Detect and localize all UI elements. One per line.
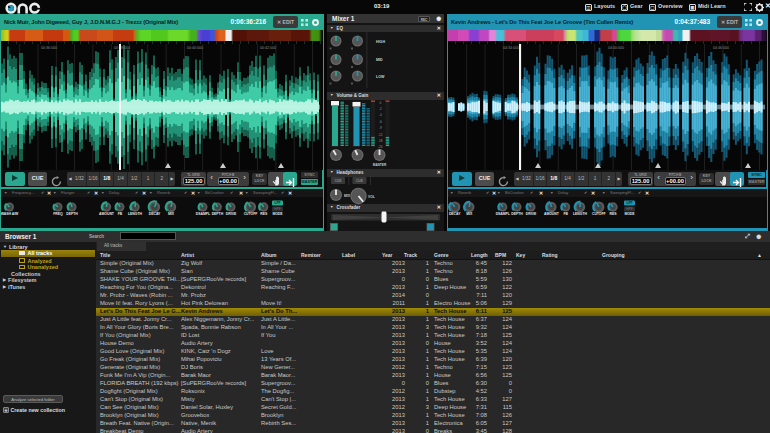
svg-text:AMOUNT: AMOUNT bbox=[99, 212, 115, 216]
svg-text:-6: -6 bbox=[379, 120, 382, 124]
svg-text:MID: MID bbox=[376, 58, 383, 62]
svg-text:WASH A/W: WASH A/W bbox=[1, 212, 19, 216]
svg-text:FREQ: FREQ bbox=[53, 212, 63, 216]
svg-text:00:42:000: 00:42:000 bbox=[260, 46, 276, 50]
svg-text:-12: -12 bbox=[378, 133, 383, 137]
svg-text:DECAY: DECAY bbox=[449, 212, 461, 216]
svg-text:04:40:000: 04:40:000 bbox=[608, 46, 624, 50]
svg-text:DSAMPL: DSAMPL bbox=[196, 212, 210, 216]
svg-text:0: 0 bbox=[379, 101, 381, 105]
svg-text:VOL: VOL bbox=[368, 195, 375, 199]
svg-text:FB: FB bbox=[563, 212, 568, 216]
svg-text:00:36:000: 00:36:000 bbox=[41, 46, 57, 50]
svg-text:MIX: MIX bbox=[168, 212, 175, 216]
svg-text:CUE: CUE bbox=[356, 179, 364, 183]
svg-text:00:38:000: 00:38:000 bbox=[114, 46, 130, 50]
svg-text:DECAY: DECAY bbox=[149, 212, 161, 216]
svg-text:CUTOFF: CUTOFF bbox=[244, 212, 258, 216]
svg-text:-4: -4 bbox=[379, 113, 382, 117]
svg-text:RES: RES bbox=[610, 212, 618, 216]
svg-text:RES: RES bbox=[260, 212, 268, 216]
svg-text:FB: FB bbox=[118, 212, 123, 216]
svg-text:HPF: HPF bbox=[626, 207, 632, 211]
svg-text:00:40:000: 00:40:000 bbox=[187, 46, 203, 50]
svg-text:-24: -24 bbox=[378, 145, 383, 149]
svg-text:MODE: MODE bbox=[272, 212, 283, 216]
svg-text:DSAMPL: DSAMPL bbox=[496, 212, 510, 216]
svg-text:DEPTH: DEPTH bbox=[66, 212, 78, 216]
svg-text:LPF: LPF bbox=[626, 201, 632, 205]
svg-text:LPF: LPF bbox=[274, 201, 280, 205]
svg-text:DEPTH: DEPTH bbox=[511, 212, 523, 216]
svg-text:04:34:000: 04:34:000 bbox=[503, 46, 519, 50]
svg-text:DRIVE: DRIVE bbox=[526, 212, 537, 216]
svg-text:MASTER: MASTER bbox=[373, 163, 387, 167]
svg-text:LOW: LOW bbox=[376, 75, 385, 79]
svg-text:LENGTH: LENGTH bbox=[573, 212, 587, 216]
svg-text:DRIVE: DRIVE bbox=[226, 212, 237, 216]
svg-text:CUTOFF: CUTOFF bbox=[592, 212, 606, 216]
svg-text:-2: -2 bbox=[379, 107, 382, 111]
svg-text:CUE: CUE bbox=[334, 179, 342, 183]
svg-text:04:46:000: 04:46:000 bbox=[713, 46, 729, 50]
svg-text:MIX: MIX bbox=[344, 194, 351, 198]
svg-text:MIX: MIX bbox=[466, 212, 473, 216]
svg-text:HPF: HPF bbox=[274, 207, 280, 211]
svg-text:HIGH: HIGH bbox=[376, 40, 385, 44]
svg-text:MODE: MODE bbox=[624, 212, 635, 216]
svg-text:-18: -18 bbox=[378, 139, 383, 143]
svg-text:AMOUNT: AMOUNT bbox=[544, 212, 560, 216]
svg-text:DEPTH: DEPTH bbox=[212, 212, 224, 216]
svg-text:-9: -9 bbox=[379, 126, 382, 130]
svg-text:LENGTH: LENGTH bbox=[128, 212, 142, 216]
